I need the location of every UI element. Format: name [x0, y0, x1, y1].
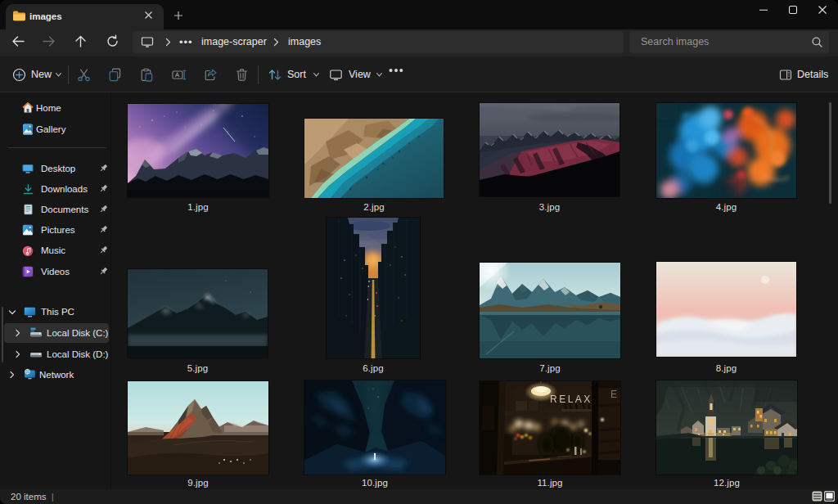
svg-text:RELAX: RELAX [550, 394, 592, 405]
svg-text:E: E [610, 389, 617, 400]
